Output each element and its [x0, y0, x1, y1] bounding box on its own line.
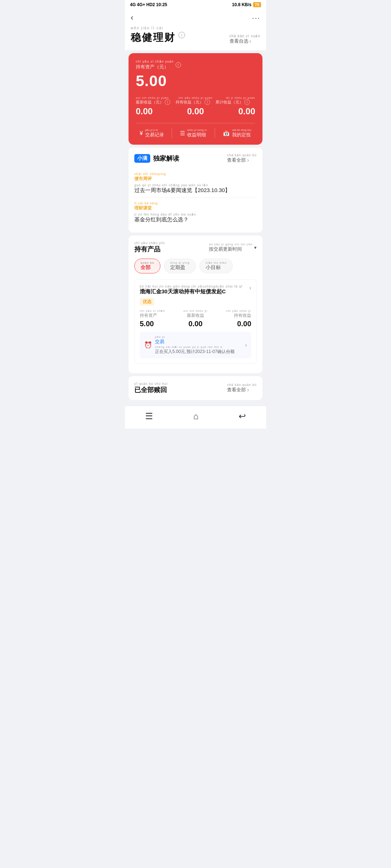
metric-latest-return-pinyin: zuì xīn shōu yì yuán	[136, 96, 176, 99]
fund-name-pinyin: bó hǎi huì jīn tiān gǔn dòng chí yǒuzhōn…	[140, 285, 243, 288]
fund-metric-asset-value: 5.00	[140, 320, 177, 328]
xiaoman-badge: 小满	[134, 154, 150, 163]
asset-pinyin: chí yǒu zī chǎn yuán	[136, 60, 174, 63]
holdings-title-group: chí yǒu chǎn pǐn 持有产品	[134, 241, 165, 254]
xiaoman-view-all-label[interactable]: 查看全部 ›	[227, 157, 257, 163]
metric-held-return: chí yǒu shōu yì yuán 持有收益（元） i 0.00	[176, 96, 215, 116]
asset-label-group: chí yǒu zī chǎn yuán 持有资产（元）	[136, 60, 174, 70]
article-item-1[interactable]: lǐ cái kè táng 理财课堂 jī jīn fēn hóng dào …	[134, 198, 257, 227]
status-left: 4G 4G+ HD2 10:25	[130, 2, 167, 7]
redeemed-view-all-label[interactable]: 查看全部 ›	[227, 387, 257, 393]
red-card: chí yǒu zī chǎn yuán 持有资产（元） i 5.00 zuì …	[129, 53, 262, 145]
time: 10:25	[156, 2, 167, 7]
transaction-row[interactable]: ⏰ jiāo yì 交易 zhèng zài mǎi rù yuán yù jì…	[140, 332, 251, 358]
holdings-section: chí yǒu chǎn pǐn 持有产品 àn jiāo yì gēng xī…	[129, 235, 262, 373]
nav-back-icon[interactable]: ↩	[239, 411, 246, 421]
filter-tab-fixed[interactable]: dìng qī yíng 定期盈	[164, 259, 196, 273]
filter-tab-all-label: 全部	[140, 264, 151, 270]
fund-metric-asset-pinyin: chí yǒu zī chǎn	[140, 309, 177, 312]
article-0-tag: 债市周评	[134, 176, 257, 182]
sort-pinyin: àn jiāo yì gēng xīn shí jiān	[209, 243, 253, 246]
sort-label-group: àn jiāo yì gēng xīn shí jiān 按交易更新时间	[209, 243, 253, 252]
xiaoman-view-all-btn[interactable]: chá kàn quán bù 查看全部 ›	[227, 153, 257, 163]
holdings-header: chí yǒu chǎn pǐn 持有产品 àn jiāo yì gēng xī…	[134, 241, 257, 254]
more-button[interactable]: ···	[252, 14, 260, 22]
metric1-info-icon[interactable]: i	[205, 99, 210, 105]
transaction-content: jiāo yì 交易 zhèng zài mǎi rù yuán yù jì q…	[155, 335, 242, 355]
sort-chevron-icon: ▾	[254, 245, 257, 250]
nav-home-icon[interactable]: ⌂	[193, 411, 199, 421]
card-actions: ¥ jiāo yì jì lù 交易记录 ☰ shōu yì míng xì 收…	[136, 123, 255, 138]
action-return-label: 收益明细	[187, 132, 206, 137]
asset-info-icon[interactable]: i	[176, 62, 181, 68]
redeemed-header: yǐ quán bù shú huí 已全部赎回 chá kàn quán bù…	[134, 382, 257, 394]
article-1-title-pinyin: jī jīn fēn hóng dào dǐ zěn me xuǎn	[134, 213, 257, 216]
status-right: 10.8 KB/s 79	[232, 2, 261, 7]
filter-tabs: quán bù 全部 dìng qī yíng 定期盈 xiǎo mù biāo…	[134, 259, 257, 273]
status-bar: 4G 4G+ HD2 10:25 10.8 KB/s 79	[125, 0, 266, 9]
metric-held-return-value: 0.00	[176, 106, 215, 116]
fund-metric-held-return-value: 0.00	[214, 320, 251, 328]
action-divider-1	[172, 128, 172, 138]
action-transaction-label: 交易记录	[145, 132, 164, 137]
fund-metric-latest-return: zuì xīn shōu yì 最新收益 0.00	[177, 309, 214, 328]
view-favorites-btn[interactable]: chá kàn zì xuǎn 查看自选 ›	[230, 34, 260, 44]
sort-button[interactable]: àn jiāo yì gēng xīn shí jiān 按交易更新时间 ▾	[209, 243, 257, 252]
metric-held-return-label: 持有收益（元） i	[176, 99, 215, 105]
metric2-info-icon[interactable]: i	[244, 99, 250, 105]
signal-4g: 4G	[130, 2, 136, 7]
network-speed: 10.8 KB/s	[232, 2, 252, 7]
filter-tab-all[interactable]: quán bù 全部	[134, 259, 160, 273]
fund-arrow-icon[interactable]: ›	[249, 285, 251, 291]
redeemed-view-all-btn[interactable]: chá kàn quán bù 查看全部 ›	[227, 383, 257, 393]
action-auto-invest[interactable]: 📅 wǒ de dìng tóu 我的定投	[223, 128, 251, 138]
sub-metrics: zuì xīn shōu yì yuán 最新收益（元） i 0.00 chí …	[136, 96, 255, 116]
metric-latest-return: zuì xīn shōu yì yuán 最新收益（元） i 0.00	[136, 96, 176, 116]
title-wrap: wěn jiān lǐ cái 稳健理财 i	[131, 26, 185, 44]
transaction-pinyin: jiāo yì	[155, 335, 242, 339]
fund-card-header: bó hǎi huì jīn tiān gǔn dòng chí yǒuzhōn…	[140, 285, 251, 295]
action-transaction-record[interactable]: ¥ jiāo yì jì lù 交易记录	[140, 128, 164, 138]
fund-name: 渤海汇金30天滚动持有中短债发起C	[140, 288, 230, 294]
view-favorites-label[interactable]: 查看自选 ›	[230, 38, 260, 44]
fund-metric-latest-return-value: 0.00	[177, 320, 214, 328]
action-auto-invest-label: 我的定投	[232, 132, 251, 137]
action-auto-invest-pinyin: wǒ de dìng tóu	[232, 128, 251, 132]
action-return-detail[interactable]: ☰ shōu yì míng xì 收益明细	[180, 128, 207, 138]
top-nav: ‹ ···	[125, 9, 266, 26]
holdings-title-pinyin: chí yǒu chǎn pǐn	[134, 241, 165, 245]
fund-metric-held-return-label: 持有收益	[214, 312, 251, 319]
redeemed-title-group: yǐ quán bù shú huí 已全部赎回	[134, 382, 168, 394]
article-0-title: 过去一周市场&要闻速览【2023.10.30】	[134, 187, 257, 194]
article-item-0[interactable]: zhài shì zhōupíng 债市周评 guò qù yī zhōu sh…	[134, 169, 257, 198]
action-return-label-group: shōu yì míng xì 收益明细	[187, 128, 207, 138]
title-info-icon[interactable]: i	[178, 32, 185, 38]
fund-metric-held-return: chí yǒu shōu yì 持有收益 0.00	[214, 309, 251, 328]
page-title-group: wěn jiān lǐ cái 稳健理财	[131, 26, 176, 44]
fund-name-group: bó hǎi huì jīn tiān gǔn dòng chí yǒuzhōn…	[140, 285, 243, 295]
fund-metric-latest-return-label: 最新收益	[177, 312, 214, 319]
filter-tab-fixed-label: 定期盈	[170, 264, 185, 270]
filter-tab-goal[interactable]: xiǎo mù biāo 小目标	[199, 259, 233, 273]
main-asset-value: 5.00	[136, 72, 255, 90]
xiaoman-header: 小满 独家解读 chá kàn quán bù 查看全部 ›	[134, 153, 257, 163]
metric-cumulative-return: lèi jì shōu yì yuán 累计收益（元） i 0.00	[215, 96, 255, 116]
redeemed-section: yǐ quán bù shú huí 已全部赎回 chá kàn quán bù…	[129, 376, 262, 400]
fund-metric-asset-label: 持有资产	[140, 312, 177, 319]
transaction-desc: zhèng zài mǎi rù yuán yù jì què rèn fèn …	[155, 345, 242, 355]
fund-card-0: bó hǎi huì jīn tiān gǔn dòng chí yǒuzhōn…	[134, 279, 257, 364]
nav-menu-icon[interactable]: ☰	[145, 411, 153, 421]
action-transaction-pinyin: jiāo yì jì lù	[145, 128, 164, 132]
transaction-icon: ¥	[140, 130, 143, 137]
metric-cumulative-return-pinyin: lèi jì shōu yì yuán	[215, 96, 255, 99]
action-transaction-label-group: jiāo yì jì lù 交易记录	[145, 128, 164, 138]
filter-tab-all-pinyin: quán bù	[140, 261, 154, 264]
redeemed-view-all-pinyin: chá kàn quán bù	[227, 383, 257, 387]
action-auto-invest-label-group: wǒ de dìng tóu 我的定投	[232, 128, 251, 138]
metric0-info-icon[interactable]: i	[165, 99, 170, 105]
fund-badge: 优选	[140, 298, 154, 306]
article-1-title: 基金分红到底怎么选？	[134, 216, 257, 223]
back-button[interactable]: ‹	[131, 13, 133, 22]
fund-metric-asset: chí yǒu zī chǎn 持有资产 5.00	[140, 309, 177, 328]
battery-indicator: 79	[253, 2, 261, 7]
